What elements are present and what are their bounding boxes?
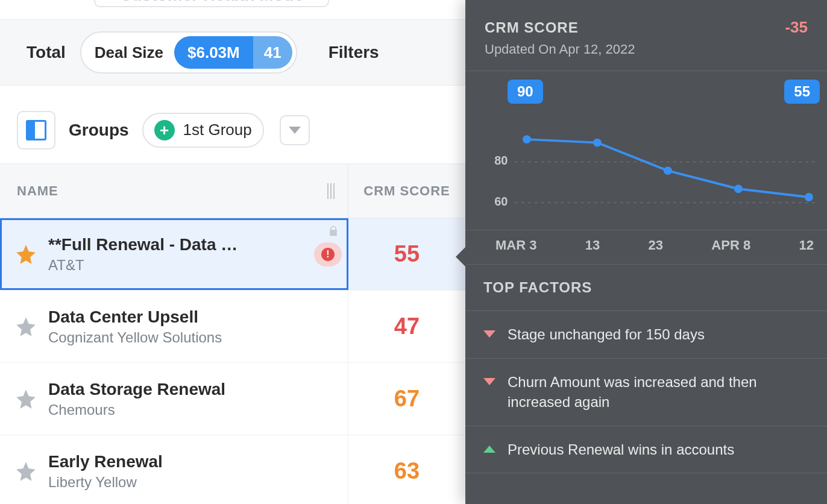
table-row[interactable]: Data Storage Renewal Chemours 67 xyxy=(0,363,465,435)
deal-info: Data Storage Renewal Chemours xyxy=(48,380,225,418)
factor-text: Stage unchanged for 150 days xyxy=(508,324,705,345)
chart-area: 90 55 80 60 xyxy=(465,71,827,230)
factor-row[interactable]: Churn Amount was increased and then incr… xyxy=(465,359,827,426)
crm-score-cell[interactable]: 55 xyxy=(348,218,465,290)
add-group-pill[interactable]: + 1st Group xyxy=(142,113,264,148)
group-dropdown-button[interactable] xyxy=(280,115,310,145)
name-cell[interactable]: **Full Renewal - Data … AT&T ! xyxy=(0,218,348,290)
popover-title: CRM SCORE xyxy=(485,19,579,36)
xtick: 12 xyxy=(799,238,813,253)
star-icon[interactable] xyxy=(14,388,37,411)
left-pane: Customer Health Mode Total Deal Size $6.… xyxy=(0,0,465,504)
name-cell[interactable]: Early Renewal Liberty Yellow xyxy=(0,435,348,504)
account-name: Chemours xyxy=(48,402,225,418)
star-icon[interactable] xyxy=(14,460,37,483)
updated-on: Updated On Apr 12, 2022 xyxy=(485,42,808,57)
account-name: Cognizant Yellow Solutions xyxy=(48,329,222,346)
chart-point[interactable] xyxy=(523,135,531,143)
line-chart: 80 60 xyxy=(489,87,816,226)
summary-bar: Total Deal Size $6.03M 41 Filters xyxy=(0,19,465,86)
deal-name: Data Center Upsell xyxy=(48,307,222,327)
deal-size-value-wrap: $6.03M 41 xyxy=(174,36,292,69)
deal-size-label: Deal Size xyxy=(95,43,163,62)
star-icon[interactable] xyxy=(14,243,37,266)
chart-end-badge: 55 xyxy=(784,80,820,104)
crm-score-cell[interactable]: 67 xyxy=(348,363,465,435)
ytick-60: 60 xyxy=(494,195,508,208)
factor-text: Churn Amount was increased and then incr… xyxy=(508,372,809,412)
chart-point[interactable] xyxy=(593,139,602,147)
popover-header: CRM SCORE -35 Updated On Apr 12, 2022 xyxy=(465,0,827,71)
column-header-crm-score[interactable]: CRM SCORE xyxy=(348,183,465,199)
deal-info: Data Center Upsell Cognizant Yellow Solu… xyxy=(48,307,222,346)
crm-score-cell[interactable]: 63 xyxy=(348,435,465,504)
deal-name: Early Renewal xyxy=(48,452,163,471)
factor-row[interactable]: Stage unchanged for 150 days xyxy=(465,311,827,359)
name-cell[interactable]: Data Storage Renewal Chemours xyxy=(0,363,348,435)
xtick: 13 xyxy=(585,238,600,253)
alert-icon: ! xyxy=(321,248,335,261)
chart-x-axis: MAR 3 13 23 APR 8 12 xyxy=(465,230,827,265)
groups-label: Groups xyxy=(69,121,129,140)
star-icon[interactable] xyxy=(14,315,37,338)
popover-arrow xyxy=(456,246,467,268)
column-header-name-text: NAME xyxy=(17,183,58,199)
crm-score-cell[interactable]: 47 xyxy=(348,291,465,362)
deal-size-amount: $6.03M xyxy=(174,36,253,69)
layout-icon xyxy=(26,120,46,140)
lock-icon xyxy=(327,224,339,240)
table-header: NAME CRM SCORE xyxy=(0,164,465,218)
chart-point[interactable] xyxy=(664,166,672,175)
alert-badge[interactable]: ! xyxy=(314,242,342,266)
factor-row[interactable]: Previous Renewal wins in accounts xyxy=(465,426,827,474)
trend-down-icon xyxy=(483,378,495,385)
layout-toggle-button[interactable] xyxy=(17,111,55,150)
table-row[interactable]: **Full Renewal - Data … AT&T ! 55 xyxy=(0,218,465,291)
factor-text: Previous Renewal wins in accounts xyxy=(508,439,734,460)
xtick: APR 8 xyxy=(711,238,750,253)
xtick: 23 xyxy=(649,238,663,253)
top-factors-header: TOP FACTORS xyxy=(465,265,827,311)
score-delta: -35 xyxy=(785,18,808,37)
name-cell[interactable]: Data Center Upsell Cognizant Yellow Solu… xyxy=(0,291,348,362)
deal-info: Early Renewal Liberty Yellow xyxy=(48,452,163,491)
table-row[interactable]: Data Center Upsell Cognizant Yellow Solu… xyxy=(0,291,465,363)
chart-point[interactable] xyxy=(805,193,813,201)
deal-count: 41 xyxy=(253,36,292,69)
column-header-name[interactable]: NAME xyxy=(0,164,348,218)
account-name: Liberty Yellow xyxy=(48,474,163,491)
chart-point[interactable] xyxy=(734,184,743,193)
plus-icon: + xyxy=(154,120,175,140)
table-row[interactable]: Early Renewal Liberty Yellow 63 xyxy=(0,435,465,504)
mode-indicator: Customer Health Mode xyxy=(94,0,329,7)
chart-start-badge: 90 xyxy=(508,80,543,104)
factors-list: Stage unchanged for 150 days Churn Amoun… xyxy=(465,311,827,473)
trend-down-icon xyxy=(483,330,495,338)
groups-bar: Groups + 1st Group xyxy=(0,96,465,164)
chevron-down-icon xyxy=(289,127,301,134)
deal-name: Data Storage Renewal xyxy=(48,380,225,399)
deal-size-pill[interactable]: Deal Size $6.03M 41 xyxy=(80,31,297,74)
trend-up-icon xyxy=(483,446,495,453)
account-name: AT&T xyxy=(48,257,237,274)
table-body: **Full Renewal - Data … AT&T ! 55 Data C… xyxy=(0,218,465,504)
ytick-80: 80 xyxy=(494,154,508,167)
crm-score-popover: CRM SCORE -35 Updated On Apr 12, 2022 90… xyxy=(465,0,827,504)
deal-name: **Full Renewal - Data … xyxy=(48,235,237,254)
xtick: MAR 3 xyxy=(495,238,536,253)
filters-label[interactable]: Filters xyxy=(329,43,379,62)
deal-info: **Full Renewal - Data … AT&T xyxy=(48,235,237,274)
first-group-label: 1st Group xyxy=(183,121,252,139)
column-resize-handle[interactable] xyxy=(327,183,336,199)
total-label: Total xyxy=(27,43,66,62)
